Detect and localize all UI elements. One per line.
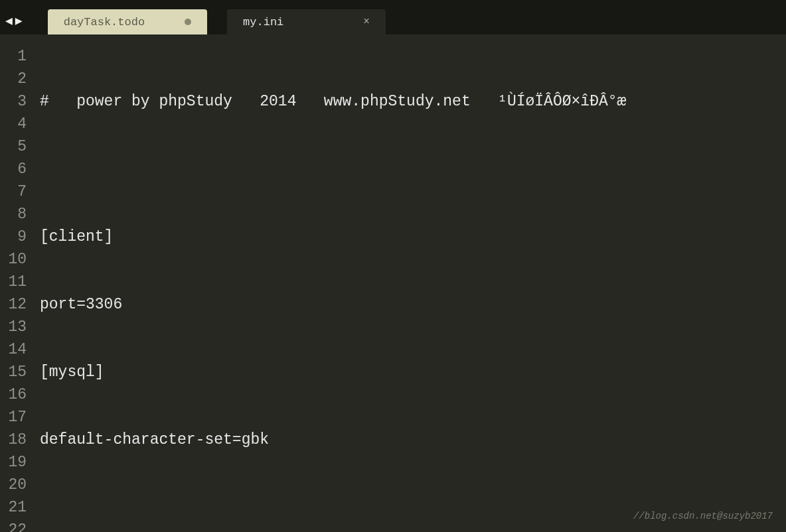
line-number: 17 [0, 406, 27, 429]
modified-indicator-icon [185, 19, 191, 25]
line-number: 12 [0, 293, 27, 316]
close-icon[interactable]: × [363, 16, 370, 28]
code-line[interactable]: # power by phpStudy 2014 www.phpStudy.ne… [40, 90, 781, 113]
editor: 1 2 3 4 5 6 7 8 9 10 11 12 13 14 15 16 1… [0, 34, 786, 532]
line-number: 2 [0, 68, 27, 90]
tab-bar: ◀ ▶ dayTask.todo my.ini × [0, 7, 786, 34]
line-number: 3 [0, 90, 27, 113]
line-number: 15 [0, 361, 27, 383]
code-text: port=3306 [40, 293, 122, 316]
tab-myini[interactable]: my.ini × [227, 9, 386, 34]
line-number: 4 [0, 113, 27, 135]
line-number: 20 [0, 474, 27, 496]
nav-arrows: ◀ ▶ [0, 13, 28, 28]
code-area[interactable]: # power by phpStudy 2014 www.phpStudy.ne… [32, 34, 786, 532]
code-line[interactable] [40, 158, 781, 180]
code-text: [client] [40, 226, 113, 248]
code-text: # power by phpStudy 2014 www.phpStudy.ne… [40, 90, 626, 113]
line-number: 18 [0, 429, 27, 451]
top-bar [0, 0, 786, 7]
line-number: 13 [0, 316, 27, 338]
line-number: 22 [0, 519, 27, 532]
line-number: 1 [0, 45, 27, 68]
line-number: 21 [0, 496, 27, 519]
line-number: 6 [0, 158, 27, 180]
code-text: default-character-set=gbk [40, 429, 269, 451]
line-number: 9 [0, 226, 27, 248]
line-number: 5 [0, 135, 27, 158]
line-number: 19 [0, 451, 27, 474]
code-line[interactable]: port=3306 [40, 293, 781, 316]
code-text: [mysql] [40, 361, 104, 383]
line-gutter: 1 2 3 4 5 6 7 8 9 10 11 12 13 14 15 16 1… [0, 34, 32, 532]
tab-daytask[interactable]: dayTask.todo [48, 9, 207, 34]
line-number: 7 [0, 180, 27, 203]
code-line[interactable]: default-character-set=gbk [40, 429, 781, 451]
line-number: 16 [0, 383, 27, 406]
line-number: 14 [0, 338, 27, 361]
tab-label: my.ini [243, 16, 283, 29]
line-number: 10 [0, 248, 27, 271]
code-line[interactable]: [client] [40, 226, 781, 248]
watermark: //blog.csdn.net@suzyb2017 [633, 511, 773, 521]
line-number: 8 [0, 203, 27, 226]
tabs-container: dayTask.todo my.ini × [48, 7, 386, 34]
code-line[interactable]: [mysql] [40, 361, 781, 383]
tab-label: dayTask.todo [64, 16, 145, 29]
line-number: 11 [0, 271, 27, 293]
nav-prev-icon[interactable]: ◀ [5, 13, 13, 28]
nav-next-icon[interactable]: ▶ [15, 13, 23, 28]
